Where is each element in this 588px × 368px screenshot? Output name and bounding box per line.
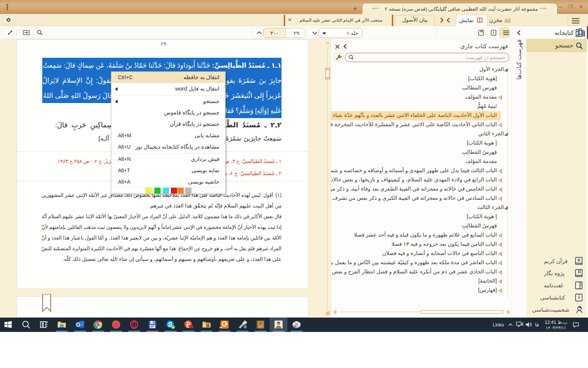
svg-text:.84: .84 xyxy=(186,326,190,328)
svg-text:PDF: PDF xyxy=(219,326,222,329)
